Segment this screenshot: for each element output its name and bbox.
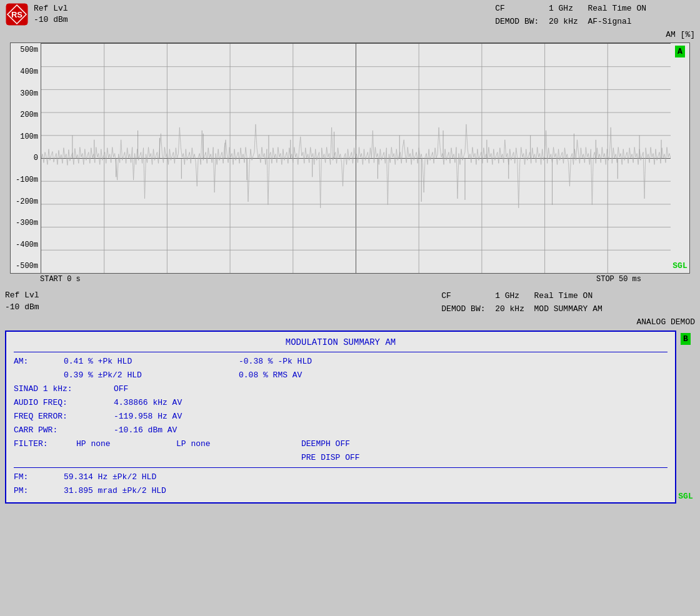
bottom-demod-label: DEMOD BW: [441, 304, 485, 314]
bottom-cf-label: CF [441, 291, 451, 301]
rs-logo-icon: RS [5, 2, 29, 26]
label-sgl-bottom: SGL [678, 492, 692, 501]
bottom-rt-label: Real Time ON [534, 291, 593, 301]
y-n300m: -300m [11, 219, 38, 227]
am-row: AM: 0.41 % +Pk HLD -0.38 % -Pk HLD [14, 355, 668, 369]
audio-value: 4.38866 kHz AV [114, 396, 182, 410]
bottom-demod-value: 20 kHz [495, 304, 524, 314]
top-section: RS Ref Lvl -10 dBm CF 1 GHz Real Time ON… [0, 0, 700, 285]
y-n200m: -200m [11, 197, 38, 206]
chart-plot-top [41, 43, 671, 273]
am-rms: 0.08 % RMS AV [239, 369, 302, 382]
bottom-cf-row: CF 1 GHz Real Time ON [441, 290, 695, 303]
summary-title: MODULATION SUMMARY AM [14, 335, 668, 352]
bottom-ref-level: Ref Lvl -10 dBm [5, 290, 39, 312]
svg-text:RS: RS [11, 10, 22, 19]
carr-pwr-label: CARR PWR: [14, 424, 114, 437]
cf-row: CF 1 GHz Real Time ON [495, 2, 695, 16]
label-sgl-top: SGL [672, 261, 687, 271]
start-label: START 0 s [40, 275, 81, 284]
bottom-right-info: CF 1 GHz Real Time ON DEMOD BW: 20 kHz M… [441, 290, 695, 329]
am-pk2: 0.39 % ±Pk/2 HLD [64, 369, 239, 382]
demod-value: 20 kHz [549, 17, 578, 26]
pm-value: 31.895 mrad ±Pk/2 HLD [64, 484, 166, 498]
logo-area: RS Ref Lvl -10 dBm [5, 2, 68, 26]
cf-value: 1 GHz [549, 4, 573, 13]
pm-row: PM: 31.895 mrad ±Pk/2 HLD [14, 484, 668, 498]
summary-content: MODULATION SUMMARY AM AM: 0.41 % +Pk HLD… [6, 332, 675, 502]
rt-label: Real Time ON [588, 4, 646, 13]
y-400m: 400m [11, 67, 38, 76]
audio-row: AUDIO FREQ: 4.38866 kHz AV [14, 396, 668, 410]
stop-label: STOP 50 ms [596, 275, 641, 284]
freq-err-row: FREQ ERROR: -119.958 Hz AV [14, 410, 668, 424]
bottom-demod-row: DEMOD BW: 20 kHz MOD SUMMARY AM [441, 303, 695, 316]
demod-label: DEMOD BW: [495, 17, 539, 26]
am-pct-label: AM [%] [666, 30, 695, 39]
y-300m: 300m [11, 89, 38, 98]
deemph-label: DEEMPH OFF [301, 437, 350, 451]
chart-area-top: 500m 400m 300m 200m 100m 0 -100m -200m -… [10, 42, 690, 274]
chart-side-labels-top: A SGL [671, 43, 689, 273]
cf-label: CF [495, 4, 505, 13]
ref-level-label: Ref Lvl [34, 3, 68, 14]
label-a: A [675, 46, 685, 57]
demod-row: DEMOD BW: 20 kHz AF-Signal [495, 16, 695, 29]
y-200m: 200m [11, 111, 38, 119]
chart-wrapper-top: 500m 400m 300m 200m 100m 0 -100m -200m -… [10, 42, 690, 285]
audio-label: AUDIO FREQ: [14, 396, 114, 410]
pre-disp-row: PRE DISP OFF [14, 451, 668, 465]
fm-row: FM: 59.314 Hz ±Pk/2 HLD [14, 470, 668, 484]
bottom-ref-label: Ref Lvl [5, 290, 39, 301]
y-n100m: -100m [11, 176, 38, 184]
waveform-svg-top [41, 44, 671, 273]
bottom-analog-row: ANALOG DEMOD [441, 316, 695, 329]
label-b: B [681, 333, 691, 345]
modulation-summary-box: MODULATION SUMMARY AM AM: 0.41 % +Pk HLD… [5, 330, 676, 504]
bottom-header: Ref Lvl -10 dBm CF 1 GHz Real Time ON DE… [5, 290, 695, 329]
sinad-label: SINAD 1 kHz: [14, 382, 114, 396]
am-row2: 0.39 % ±Pk/2 HLD 0.08 % RMS AV [14, 369, 668, 382]
carr-pwr-row: CARR PWR: -10.16 dBm AV [14, 424, 668, 437]
summary-divider [14, 467, 668, 468]
fm-value: 59.314 Hz ±Pk/2 HLD [64, 470, 156, 484]
top-right-info: CF 1 GHz Real Time ON DEMOD BW: 20 kHz A… [495, 2, 695, 41]
main-container: RS Ref Lvl -10 dBm CF 1 GHz Real Time ON… [0, 0, 700, 616]
filter-hp: HP none [76, 437, 176, 451]
modulation-summary-container: MODULATION SUMMARY AM AM: 0.41 % +Pk HLD… [5, 330, 695, 504]
sinad-value: OFF [114, 382, 128, 396]
am-row: AM [%] [495, 29, 695, 42]
y-n500m: -500m [11, 262, 38, 271]
bottom-ref-value: -10 dBm [5, 302, 39, 313]
filter-lp: LP none [176, 437, 301, 451]
chart-bottom-labels: START 0 s STOP 50 ms [10, 274, 690, 285]
y-axis-labels: 500m 400m 300m 200m 100m 0 -100m -200m -… [11, 43, 41, 273]
filter-label: FILTER: [14, 437, 76, 451]
am-pk-pos: 0.41 % +Pk HLD [64, 355, 239, 369]
ref-level-value: -10 dBm [34, 14, 68, 26]
am-pk-neg: -0.38 % -Pk HLD [239, 355, 312, 369]
freq-err-label: FREQ ERROR: [14, 410, 114, 424]
am-label: AM: [14, 355, 64, 369]
filter-row: FILTER: HP none LP none DEEMPH OFF [14, 437, 668, 451]
sinad-row: SINAD 1 kHz: OFF [14, 382, 668, 396]
y-n400m: -400m [11, 241, 38, 249]
bottom-mod-summary-label: MOD SUMMARY AM [534, 304, 602, 314]
bottom-cf-value: 1 GHz [495, 291, 519, 301]
carr-pwr-value: -10.16 dBm AV [114, 424, 177, 437]
pre-disp-label: PRE DISP OFF [301, 451, 360, 465]
top-header: RS Ref Lvl -10 dBm CF 1 GHz Real Time ON… [5, 2, 695, 41]
y-0: 0 [11, 154, 38, 162]
pm-label: PM: [14, 484, 64, 498]
freq-err-value: -119.958 Hz AV [114, 410, 182, 424]
ref-level-display: Ref Lvl -10 dBm [34, 3, 68, 26]
bottom-side-labels: B SGL [676, 330, 695, 504]
af-label: AF-Signal [588, 17, 631, 26]
bottom-analog-demod-label: ANALOG DEMOD [636, 317, 695, 327]
bottom-section: Ref Lvl -10 dBm CF 1 GHz Real Time ON DE… [0, 287, 700, 503]
y-100m: 100m [11, 132, 38, 141]
fm-label: FM: [14, 470, 64, 484]
y-500m: 500m [11, 46, 38, 54]
